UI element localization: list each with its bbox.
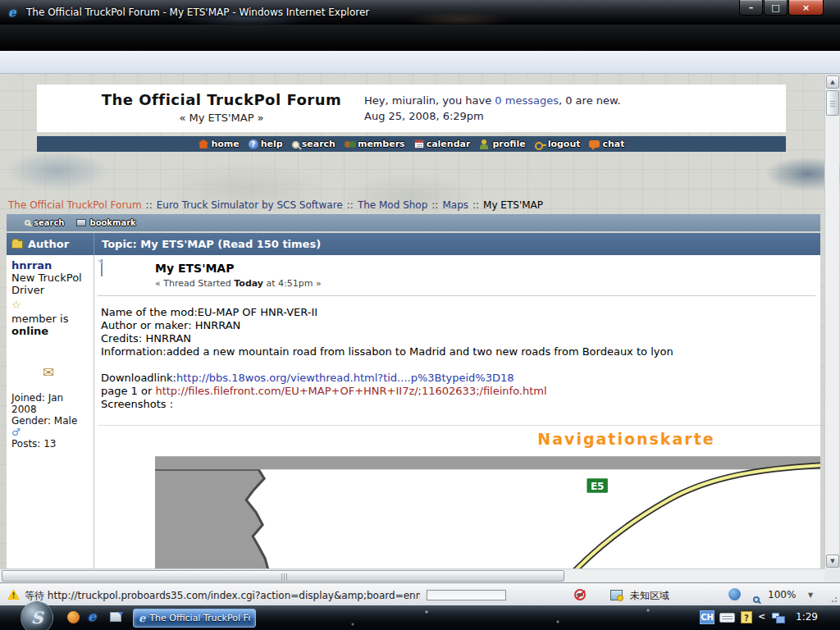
post-line: Name of the mod:EU-MAP OF HNR-VER-II bbox=[101, 306, 673, 319]
window-controls: – □ × bbox=[739, 0, 824, 16]
navigation-bar: ← → ▼ e http://truckpol.proboards35.com/… bbox=[0, 25, 840, 51]
forum-logout-button[interactable]: logout bbox=[535, 139, 581, 149]
breadcrumb-link-category[interactable]: Euro Truck Simulator by SCS Software bbox=[157, 199, 343, 211]
quicklaunch-messenger-icon[interactable] bbox=[67, 611, 80, 623]
filefront-link[interactable]: http://files.filefront.com/EU+MAP+OF+HNR… bbox=[155, 385, 546, 397]
member-status-label: member is bbox=[11, 313, 89, 325]
folder-icon bbox=[11, 240, 23, 249]
post-line: Author or maker: HNRRAN bbox=[101, 319, 673, 332]
post-paper-icon bbox=[101, 259, 103, 276]
quicklaunch-ie-icon[interactable]: e bbox=[88, 609, 96, 624]
thread-started-text: « Thread Started bbox=[155, 278, 234, 289]
resize-grip-icon[interactable] bbox=[831, 596, 838, 603]
download-link[interactable]: http://bbs.18wos.org/viewthread.html?tid… bbox=[176, 372, 514, 384]
language-indicator[interactable]: CH bbox=[700, 610, 714, 624]
email-icon[interactable]: ✉ bbox=[43, 367, 89, 379]
profile-icon bbox=[479, 139, 490, 149]
thread-search-button[interactable]: search bbox=[25, 218, 64, 227]
zoom-lens-icon[interactable] bbox=[753, 591, 760, 606]
breadcrumb-separator: :: bbox=[146, 199, 153, 211]
quicklaunch-switch-windows-icon[interactable] bbox=[110, 612, 121, 622]
button-label: bookmark bbox=[89, 218, 135, 227]
taskbar-button-label: The Official TruckPol Forum - ... bbox=[149, 613, 250, 623]
forum-search-button[interactable]: search bbox=[292, 139, 336, 149]
screenshots-label: Screenshots : bbox=[101, 398, 673, 411]
ie-logo-icon: e bbox=[8, 5, 16, 20]
scroll-down-icon[interactable]: ▼ bbox=[826, 555, 839, 568]
user-greeting: Hey, miuralin, you have 0 messages, 0 ar… bbox=[364, 93, 621, 124]
search-icon bbox=[25, 220, 30, 226]
button-label: profile bbox=[492, 139, 525, 149]
forum-calendar-button[interactable]: calendar bbox=[414, 139, 471, 149]
thread-started-day: Today bbox=[234, 278, 263, 289]
post-body-cell: My ETS'MAP « Thread Started Today at 4:5… bbox=[94, 255, 820, 568]
author-username-link[interactable]: hnrran bbox=[11, 259, 89, 272]
clock[interactable]: 1:29 bbox=[796, 611, 818, 623]
start-button[interactable]: S bbox=[21, 601, 53, 630]
taskbar: S e e The Official TruckPol Forum - ... … bbox=[0, 605, 840, 630]
download-label: Downloadlink: bbox=[101, 372, 176, 384]
breadcrumb-current: My ETS'MAP bbox=[483, 199, 543, 211]
image-divider bbox=[98, 425, 820, 426]
bookmark-icon bbox=[76, 219, 86, 226]
author-rank: New TruckPol Driver bbox=[11, 272, 89, 296]
post-divider bbox=[98, 295, 815, 296]
breadcrumb-link-modshop[interactable]: The Mod Shop bbox=[358, 199, 427, 211]
progress-bar bbox=[427, 590, 506, 600]
breadcrumb-link-forum[interactable]: The Official TruckPol Forum bbox=[8, 199, 142, 211]
network-tray-icon[interactable] bbox=[772, 613, 779, 619]
protected-mode-icon[interactable] bbox=[728, 588, 741, 600]
thread-bookmark-button[interactable]: bookmark bbox=[76, 218, 135, 227]
close-button[interactable]: × bbox=[788, 0, 824, 16]
page-prefix: page 1 or bbox=[101, 385, 155, 397]
author-joined: Joined: Jan 2008 bbox=[11, 392, 89, 415]
minimize-button[interactable]: – bbox=[739, 0, 763, 16]
author-posts: Posts: 13 bbox=[11, 438, 89, 450]
forum-profile-button[interactable]: profile bbox=[479, 139, 525, 149]
horizontal-scrollbar[interactable] bbox=[0, 568, 824, 582]
keyboard-tray-icon[interactable] bbox=[719, 613, 735, 623]
button-label: members bbox=[358, 139, 405, 149]
thread-started-time: at 4:51pm » bbox=[263, 278, 322, 289]
members-icon bbox=[345, 139, 355, 149]
forum-datetime: Aug 25, 2008, 6:29pm bbox=[364, 108, 621, 124]
messages-link[interactable]: 0 messages bbox=[495, 94, 559, 107]
screen: e The Official TruckPol Forum - My ETS'M… bbox=[0, 0, 840, 630]
warning-icon[interactable] bbox=[7, 589, 20, 600]
ime-help-icon[interactable]: ? bbox=[741, 611, 752, 623]
male-icon: ♂ bbox=[11, 427, 21, 438]
search-icon bbox=[292, 141, 299, 148]
calendar-icon bbox=[414, 139, 424, 148]
post-line: Information:added a new mountain road fr… bbox=[101, 345, 673, 358]
topic-column-header: Topic: My ETS'MAP (Read 150 times) bbox=[94, 238, 820, 250]
forum-chat-button[interactable]: chat bbox=[589, 139, 624, 149]
screenshot-image: E5 Navigationskarte bbox=[155, 427, 820, 568]
thread-action-bar: search bookmark bbox=[7, 214, 820, 231]
button-label: help bbox=[261, 139, 283, 149]
breadcrumb-link-maps[interactable]: Maps bbox=[442, 199, 468, 211]
breadcrumb: The Official TruckPol Forum::Euro Truck … bbox=[8, 199, 543, 211]
button-label: calendar bbox=[427, 139, 471, 149]
forum-subtitle: « My ETS'MAP » bbox=[86, 112, 357, 124]
zoom-dropdown-icon[interactable]: ▼ bbox=[808, 591, 813, 599]
scrollbar-corner bbox=[824, 568, 840, 582]
zoom-level[interactable]: 100% bbox=[768, 589, 796, 600]
forum-members-button[interactable]: members bbox=[345, 139, 405, 149]
vertical-scrollbar[interactable]: ▲ ▼ bbox=[824, 75, 839, 568]
image-caption: Navigationskarte bbox=[155, 430, 820, 448]
road-badge: E5 bbox=[591, 481, 605, 492]
logout-key-icon bbox=[535, 139, 546, 149]
window-title: The Official TruckPol Forum - My ETS'MAP… bbox=[26, 7, 369, 18]
phishing-filter-icon[interactable] bbox=[574, 589, 586, 600]
security-zone-icon[interactable] bbox=[610, 590, 623, 600]
vertical-scroll-thumb[interactable] bbox=[826, 90, 839, 116]
button-label: chat bbox=[602, 139, 624, 149]
online-status: online bbox=[11, 325, 89, 337]
tray-collapse-icon[interactable]: < bbox=[758, 611, 765, 622]
taskbar-window-button[interactable]: e The Official TruckPol Forum - ... bbox=[133, 609, 256, 628]
scroll-up-icon[interactable]: ▲ bbox=[826, 75, 839, 89]
forum-help-button[interactable]: help bbox=[249, 139, 283, 149]
horizontal-scroll-thumb[interactable] bbox=[2, 570, 564, 582]
maximize-button[interactable]: □ bbox=[764, 0, 788, 16]
forum-home-button[interactable]: home bbox=[198, 139, 239, 149]
